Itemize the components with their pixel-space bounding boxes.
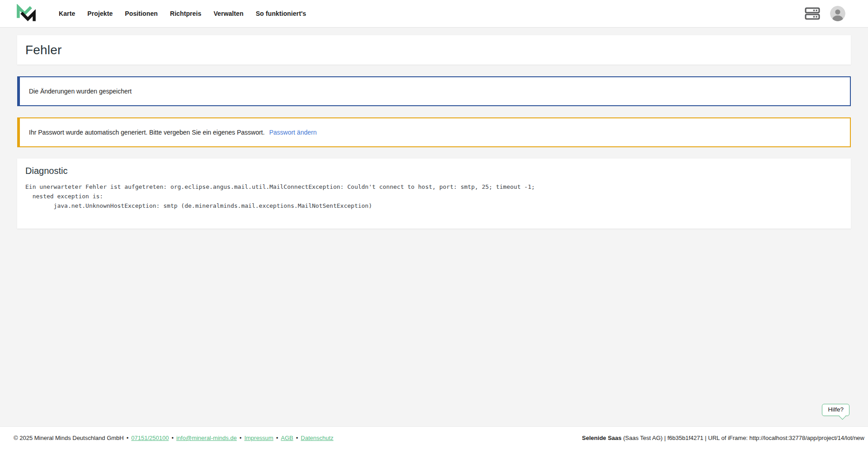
footer-link-impressum[interactable]: Impressum xyxy=(244,435,273,441)
mineral-minds-logo-icon xyxy=(16,4,36,23)
header-icons xyxy=(805,6,868,21)
footer-separator: • xyxy=(127,435,129,441)
page-title-card: Fehler xyxy=(17,35,851,65)
help-button-label: Hilfe? xyxy=(828,406,844,413)
top-nav-bar: Karte Projekte Positionen Richtpreis Ver… xyxy=(0,0,868,28)
nav-item-so-funktionierts[interactable]: So funktioniert's xyxy=(256,10,307,17)
mineral-minds-logo[interactable] xyxy=(16,4,36,23)
main-nav: Karte Projekte Positionen Richtpreis Ver… xyxy=(59,10,306,17)
footer-link-datenschutz[interactable]: Datenschutz xyxy=(301,435,333,441)
footer-link-phone[interactable]: 07151/250100 xyxy=(131,435,169,441)
password-warning-alert: Ihr Passwort wurde automatisch generiert… xyxy=(17,117,851,147)
nav-item-projekte[interactable]: Projekte xyxy=(87,10,113,17)
nav-item-verwalten[interactable]: Verwalten xyxy=(213,10,243,17)
success-alert: Die Änderungen wurden gespeichert xyxy=(17,76,851,106)
footer-separator: • xyxy=(171,435,174,441)
footer: © 2025 Mineral Minds Deutschland GmbH • … xyxy=(0,426,868,449)
account-avatar-icon[interactable] xyxy=(830,6,845,21)
nav-item-richtpreis[interactable]: Richtpreis xyxy=(170,10,201,17)
footer-right: Selenide Saas (Saas Test AG) | f6b35b1f4… xyxy=(582,435,864,441)
diagnostic-text: Ein unerwarteter Fehler ist aufgetreten:… xyxy=(25,182,843,210)
page-title: Fehler xyxy=(25,43,62,57)
footer-separator: • xyxy=(240,435,242,441)
footer-separator: • xyxy=(296,435,298,441)
tenant-info: (Saas Test AG) | f6b35b1f4271 | URL of i… xyxy=(622,435,864,441)
server-terminal-icon[interactable] xyxy=(805,7,820,20)
footer-link-agb[interactable]: AGB xyxy=(281,435,293,441)
main-content: Fehler Die Änderungen wurden gespeichert… xyxy=(0,28,868,229)
footer-left: © 2025 Mineral Minds Deutschland GmbH • … xyxy=(14,435,334,441)
footer-separator: • xyxy=(276,435,278,441)
footer-link-email[interactable]: info@mineral-minds.de xyxy=(176,435,237,441)
help-button[interactable]: Hilfe? xyxy=(822,404,849,416)
change-password-link[interactable]: Passwort ändern xyxy=(269,129,316,136)
copyright-text: © 2025 Mineral Minds Deutschland GmbH xyxy=(14,435,124,441)
diagnostic-card: Diagnostic Ein unerwarteter Fehler ist a… xyxy=(17,159,851,229)
nav-item-karte[interactable]: Karte xyxy=(59,10,75,17)
diagnostic-title: Diagnostic xyxy=(25,166,843,176)
tenant-name: Selenide Saas xyxy=(582,435,621,441)
warning-alert-text: Ihr Passwort wurde automatisch generiert… xyxy=(29,129,264,136)
nav-item-positionen[interactable]: Positionen xyxy=(125,10,158,17)
success-alert-text: Die Änderungen wurden gespeichert xyxy=(29,88,132,95)
